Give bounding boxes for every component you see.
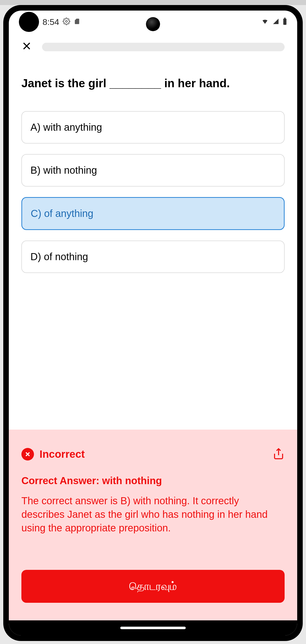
option-a-label: A) with anything	[30, 122, 102, 133]
svg-rect-2	[284, 18, 286, 19]
share-button[interactable]	[273, 447, 285, 461]
continue-button[interactable]: தொடரவும்	[21, 570, 285, 603]
screen: 8:54	[9, 11, 297, 635]
option-d-label: D) of nothing	[30, 251, 88, 262]
option-b-label: B) with nothing	[30, 165, 97, 176]
status-avatar-dot	[19, 12, 39, 32]
option-c[interactable]: C) of anything	[21, 197, 285, 230]
option-a[interactable]: A) with anything	[21, 111, 285, 144]
incorrect-icon	[21, 448, 34, 461]
wifi-icon	[261, 18, 269, 26]
progress-bar	[42, 43, 285, 51]
phone-frame: 8:54	[3, 5, 303, 641]
feedback-panel: Incorrect Correct Answer: with nothing T…	[9, 430, 297, 620]
svg-rect-1	[283, 19, 287, 25]
svg-point-0	[65, 20, 67, 22]
battery-icon	[283, 18, 287, 26]
feedback-status: Incorrect	[40, 448, 85, 460]
feedback-explanation: The correct answer is B) with nothing. I…	[21, 494, 285, 535]
option-b[interactable]: B) with nothing	[21, 154, 285, 187]
sd-card-icon	[74, 18, 80, 26]
status-time: 8:54	[43, 17, 59, 27]
gear-icon	[63, 18, 70, 26]
option-c-label: C) of anything	[31, 208, 93, 219]
nav-handle[interactable]	[120, 627, 186, 629]
camera-notch	[146, 17, 160, 31]
cellular-icon	[272, 18, 280, 26]
question-text: Janet is the girl ________ in her hand.	[21, 76, 285, 91]
continue-button-label: தொடரவும்	[129, 580, 177, 592]
option-d[interactable]: D) of nothing	[21, 241, 285, 273]
close-button[interactable]	[21, 41, 32, 53]
system-nav-bar	[9, 620, 297, 635]
content-area: Janet is the girl ________ in her hand. …	[9, 61, 297, 430]
app-header	[9, 33, 297, 61]
correct-answer-label: Correct Answer: with nothing	[21, 475, 285, 486]
